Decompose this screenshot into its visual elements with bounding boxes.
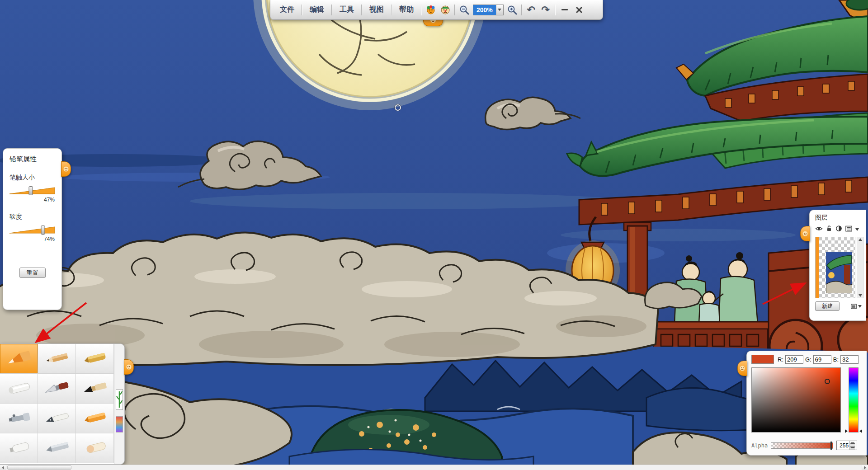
color-panel-grab-tab[interactable] <box>737 361 747 376</box>
ink-brush-icon <box>81 379 108 399</box>
menu-file[interactable]: 文件 <box>275 3 299 16</box>
rainbow-preview-chip[interactable] <box>116 416 123 432</box>
brush-cell-sharp-pencil[interactable] <box>0 344 38 374</box>
visibility-eye-icon[interactable] <box>815 226 823 234</box>
current-color-swatch[interactable] <box>751 355 774 364</box>
brush-cell-orange-crayon[interactable] <box>76 404 114 433</box>
brush-cell-paint-tube[interactable] <box>0 433 38 463</box>
list-menu-icon[interactable] <box>845 226 852 234</box>
brush-cell-nib-pen[interactable] <box>38 404 76 433</box>
zoom-dropdown-caret[interactable] <box>496 5 503 15</box>
list-menu-icon <box>851 304 857 309</box>
brush-size-handle[interactable] <box>29 186 33 195</box>
paint-app-window: { "toolbar": { "menus": [ {"label": "文件"… <box>0 0 868 470</box>
grey-pencil-icon <box>43 438 71 458</box>
layer-menu-button[interactable] <box>851 304 862 309</box>
layers-scrollbar[interactable] <box>857 237 863 298</box>
horizontal-scrollbar[interactable] <box>0 465 868 470</box>
round-brush-icon <box>5 379 33 399</box>
brush-grid <box>0 344 114 464</box>
zoom-in-icon[interactable] <box>505 3 519 17</box>
mascot-mini-icon <box>126 364 132 370</box>
sharp-pencil-icon <box>5 349 33 369</box>
gold-crayon-icon <box>81 349 108 369</box>
eraser-icon <box>81 438 108 458</box>
paint-tube-icon <box>5 438 33 458</box>
canvas-artwork[interactable] <box>0 0 868 470</box>
menu-tools[interactable]: 工具 <box>335 3 359 16</box>
brush-cell-gold-crayon[interactable] <box>76 344 114 374</box>
mascot-mini-icon <box>63 166 69 172</box>
zoom-level-combo[interactable]: 200% <box>473 5 504 15</box>
softness-handle[interactable] <box>41 226 45 235</box>
paint-knife-icon <box>43 379 71 399</box>
softness-value: 74% <box>9 236 55 242</box>
brush-cell-paint-knife[interactable] <box>38 374 76 404</box>
layer-thumbnail[interactable] <box>826 252 852 293</box>
alpha-gradient <box>771 443 833 448</box>
scroll-up-arrow[interactable] <box>859 238 862 241</box>
brush-panel-grab-tab[interactable] <box>124 359 134 375</box>
green-label: G: <box>805 356 811 363</box>
horizontal-scroll-thumb[interactable] <box>7 465 71 470</box>
zoom-level-value: 200% <box>473 5 496 15</box>
layer-list-area[interactable] <box>815 237 855 298</box>
brush-cell-grey-pencil[interactable] <box>38 433 76 463</box>
dropdown-caret[interactable] <box>855 228 859 231</box>
saturation-value-picker[interactable] <box>751 367 841 432</box>
brush-size-value: 47% <box>9 197 55 203</box>
brush-cell-round-brush[interactable] <box>0 374 38 404</box>
redo-icon[interactable]: ↷ <box>539 3 552 17</box>
color-picker-panel: R: G: B: Alpha <box>746 351 867 456</box>
color-cursor[interactable] <box>825 379 830 384</box>
brush-cell-ink-brush[interactable] <box>76 374 114 404</box>
brush-size-label: 笔触大小 <box>9 174 55 182</box>
alpha-spinbox <box>836 441 857 450</box>
alpha-label: Alpha <box>751 442 768 449</box>
scroll-right-arrow[interactable] <box>862 465 868 470</box>
separator <box>331 5 332 15</box>
alpha-decrement-button[interactable] <box>850 446 855 450</box>
menu-view[interactable]: 视图 <box>364 3 389 16</box>
hue-marker-left <box>845 429 848 433</box>
reset-button[interactable]: 重置 <box>19 268 46 278</box>
blue-input[interactable] <box>840 355 859 364</box>
alpha-slider[interactable] <box>771 442 833 449</box>
pencil-panel-grab-tab[interactable] <box>61 161 71 177</box>
blue-label: B: <box>833 356 839 363</box>
scroll-left-arrow[interactable] <box>0 465 6 470</box>
softness-slider[interactable] <box>9 226 55 235</box>
bamboo-preview-chip[interactable] <box>116 389 123 410</box>
alpha-handle[interactable] <box>830 442 832 450</box>
scroll-down-arrow[interactable] <box>859 294 862 297</box>
mascot-face-icon[interactable] <box>439 3 452 17</box>
lock-icon[interactable] <box>826 225 832 234</box>
brush-cell-graphite-pencil[interactable] <box>38 344 76 374</box>
brush-category-strip[interactable] <box>114 344 124 464</box>
mascot-figure-icon[interactable] <box>424 3 438 17</box>
alpha-input[interactable] <box>837 441 849 450</box>
menu-help[interactable]: 帮助 <box>394 3 419 16</box>
layers-title: 图层 <box>815 214 863 222</box>
brush-size-slider[interactable] <box>9 186 55 195</box>
brush-cell-airbrush[interactable] <box>0 404 38 433</box>
red-input[interactable] <box>785 355 803 364</box>
zoom-out-icon[interactable] <box>458 3 471 17</box>
close-icon[interactable] <box>572 3 586 17</box>
menu-edit[interactable]: 编辑 <box>305 3 329 16</box>
blend-contrast-icon[interactable] <box>835 225 842 234</box>
separator <box>421 5 422 15</box>
new-layer-button[interactable]: 新建 <box>815 301 840 311</box>
separator <box>521 5 522 15</box>
red-label: R: <box>778 356 783 363</box>
hue-slider[interactable] <box>849 367 859 432</box>
separator <box>555 5 556 15</box>
brush-cell-eraser[interactable] <box>76 433 114 463</box>
green-input[interactable] <box>813 355 831 364</box>
alpha-increment-button[interactable] <box>850 441 855 446</box>
undo-icon[interactable]: ↶ <box>524 3 538 17</box>
hue-marker-right <box>859 429 862 433</box>
minimize-icon[interactable] <box>558 3 571 17</box>
separator <box>302 5 302 15</box>
layers-panel-grab-tab[interactable] <box>800 226 810 241</box>
